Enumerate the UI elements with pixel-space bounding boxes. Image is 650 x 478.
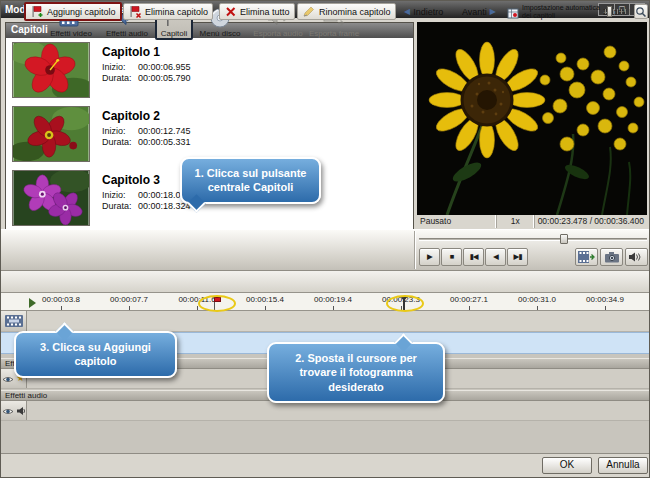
seek-slider[interactable]: [419, 234, 647, 244]
video-preview: [417, 22, 647, 215]
snapshot-button[interactable]: [600, 248, 623, 266]
ruler-label: 00:00:27.1: [435, 293, 503, 310]
durata-value: 00:00:05.331: [138, 137, 191, 148]
inizio-value: 00:00:06.955: [138, 62, 191, 73]
button-label-line1: Impostazione automatica: [522, 4, 600, 12]
chapter-title: Capitolo 1: [102, 45, 191, 59]
video-track-row: [1, 311, 650, 332]
aggiungi-capitolo-button[interactable]: Aggiungi capitolo: [24, 2, 122, 21]
indietro-button[interactable]: ◀ Indietro: [399, 3, 448, 20]
seek-groove: [419, 238, 647, 241]
callout-step-3: 3. Clicca su Aggiungi capitolo: [14, 331, 177, 378]
visibility-toggle[interactable]: [2, 402, 14, 420]
ruler-label: 00:00:07.7: [95, 293, 163, 310]
ok-button[interactable]: OK: [542, 457, 592, 474]
magnifier-icon: [635, 6, 647, 18]
chapter-list-item[interactable]: Capitolo 1 Inizio:00:00:06.955 Durata:00…: [6, 38, 413, 102]
highlight-ellipse-cursor: [386, 295, 424, 312]
highlight-ellipse-chapter-marker: [198, 295, 236, 312]
playback-status-bar: Pausato 1x 00:00:23.478 / 00:00:36.400: [417, 215, 647, 228]
button-label: Elimina tutto: [240, 7, 290, 17]
inizio-label: Inizio:: [102, 126, 138, 137]
step-back-button[interactable]: ◀: [485, 248, 506, 266]
playback-speed: 1x: [497, 215, 535, 228]
speaker-icon: [16, 406, 26, 416]
durata-value: 00:00:05.790: [138, 73, 191, 84]
chapter-title: Capitolo 3: [102, 173, 191, 187]
elimina-capitolo-button[interactable]: Elimina capitolo: [123, 3, 213, 20]
callout-text: 3. Clicca su Aggiungi capitolo: [40, 341, 151, 367]
stop-button[interactable]: ■: [441, 248, 462, 266]
cancel-button[interactable]: Annulla: [598, 457, 648, 474]
callout-text: 2. Sposta il cursore per trovare il foto…: [295, 352, 417, 393]
button-label: Esporta frame: [309, 29, 359, 38]
inizio-label: Inizio:: [102, 190, 138, 201]
chapter-3-thumbnail: [12, 170, 90, 226]
chapter-title: Capitolo 2: [102, 109, 191, 123]
edit-input-file-window: Modifica del file di ingresso _ □ × Capi…: [0, 0, 650, 478]
ruler-label: 00:00:15.4: [231, 293, 299, 310]
toolbar-separator: [414, 231, 416, 269]
back-arrow-icon: ◀: [404, 7, 410, 16]
speaker-icon: [628, 251, 646, 263]
eye-icon: [2, 407, 14, 416]
button-label: Effetti video: [50, 29, 92, 38]
inizio-value: 00:00:12.745: [138, 126, 191, 137]
ruler-label: 00:00:31.0: [503, 293, 571, 310]
delete-chapter-icon: [128, 5, 142, 18]
audio-effects-header-cell: [1, 401, 27, 420]
durata-label: Durata:: [102, 137, 138, 148]
callout-text: 1. Clicca sul pulsante centrale Capitoli: [195, 167, 307, 193]
auto-chapters-button[interactable]: Impostazione automatica dei capitoli: [503, 3, 599, 20]
eye-icon: [2, 375, 14, 384]
next-frame-button[interactable]: ▶▮: [507, 248, 528, 266]
playback-status: Pausato: [417, 215, 497, 228]
preview-frame-sunflower: [417, 22, 647, 215]
visibility-toggle[interactable]: [2, 370, 14, 388]
zoom-handle[interactable]: [607, 6, 612, 17]
chapter-toolbar: [1, 271, 650, 293]
callout-step-1: 1. Clicca sul pulsante centrale Capitoli: [180, 157, 321, 204]
elimina-tutto-button[interactable]: Elimina tutto: [219, 3, 295, 20]
button-label: Avanti: [462, 7, 487, 17]
button-label: Elimina capitolo: [145, 7, 208, 17]
ruler-label: 00:00:03.8: [27, 293, 95, 310]
export-clip-button[interactable]: [575, 248, 598, 266]
forward-arrow-icon: ▶: [490, 7, 496, 16]
delete-all-icon: [224, 5, 237, 18]
button-label: Indietro: [413, 7, 443, 17]
add-chapter-icon: [30, 5, 44, 18]
button-label: Aggiungi capitolo: [47, 7, 116, 17]
play-button[interactable]: ▶: [419, 248, 440, 266]
button-label: Effetti audio: [106, 29, 148, 38]
ruler-label: 00:00:19.4: [299, 293, 367, 310]
audio-effects-track-row: [1, 401, 650, 421]
rename-pencil-icon: [302, 5, 316, 18]
avanti-button[interactable]: Avanti ▶: [457, 3, 501, 20]
timeline-start-marker: [29, 298, 36, 308]
video-track-header-cell[interactable]: [1, 311, 27, 331]
durata-label: Durata:: [102, 201, 138, 212]
volume-button[interactable]: [625, 248, 648, 266]
filmstrip-icon: [5, 315, 23, 327]
button-label: Rinomina capitolo: [319, 7, 391, 17]
zoom-fit-button[interactable]: [634, 4, 648, 19]
auto-chapters-icon: [506, 7, 520, 20]
chapter-1-thumbnail: [12, 42, 90, 98]
button-label-line2: dei capitoli: [522, 12, 555, 20]
rinomina-capitolo-button[interactable]: Rinomina capitolo: [297, 3, 396, 20]
callout-step-2: 2. Sposta il cursore per trovare il foto…: [267, 342, 445, 403]
zoom-slider[interactable]: [605, 6, 631, 17]
seek-handle[interactable]: [560, 234, 568, 244]
playback-time: 00:00:23.478 / 00:00:36.400: [535, 215, 647, 228]
durata-value: 00:00:18.324: [138, 201, 191, 212]
durata-label: Durata:: [102, 73, 138, 84]
timeline-ruler[interactable]: 00:00:03.8 00:00:07.7 00:00:11.6 00:00:1…: [1, 293, 650, 311]
filmstrip-export-icon: [578, 251, 595, 263]
button-label: Esporta audio: [253, 29, 302, 38]
ruler-label: 00:00:34.9: [571, 293, 639, 310]
inizio-label: Inizio:: [102, 62, 138, 73]
chapter-2-thumbnail: [12, 106, 90, 162]
prev-frame-button[interactable]: ▮◀: [463, 248, 484, 266]
camera-icon: [604, 251, 620, 263]
